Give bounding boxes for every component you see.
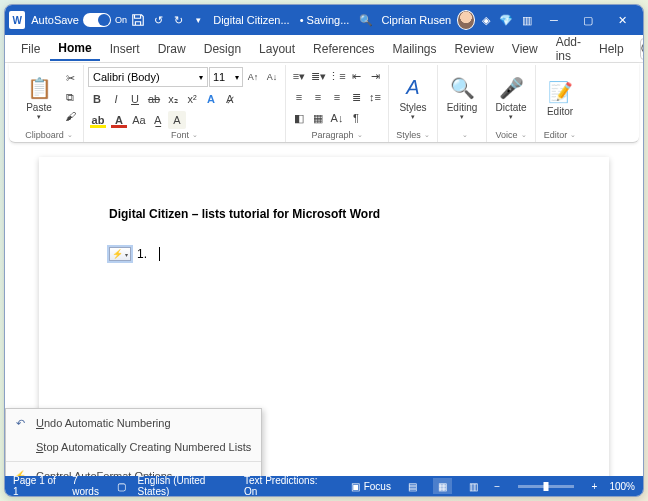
menu-layout[interactable]: Layout (251, 38, 303, 60)
zoom-in-button[interactable]: + (592, 481, 598, 492)
line-spacing-button[interactable]: ↕≡ (366, 88, 384, 106)
justify-button[interactable]: ≣ (347, 88, 365, 106)
page-count[interactable]: Page 1 of 1 (13, 475, 60, 497)
menu-references[interactable]: References (305, 38, 382, 60)
close-button[interactable]: ✕ (607, 5, 640, 35)
cut-icon[interactable]: ✂ (61, 69, 79, 87)
highlight-color-button[interactable]: ab (88, 111, 108, 129)
document-area: Digital Citizen – lists tutorial for Mic… (5, 143, 643, 476)
zoom-out-button[interactable]: − (494, 481, 500, 492)
show-marks-button[interactable]: ¶ (347, 109, 365, 127)
group-label[interactable]: Clipboard (19, 130, 79, 142)
superscript-button[interactable]: x² (183, 90, 201, 108)
multilevel-button[interactable]: ⋮≡ (328, 67, 346, 85)
word-count[interactable]: 7 words (72, 475, 104, 497)
strike-button[interactable]: ab (145, 90, 163, 108)
menu-file[interactable]: File (13, 38, 48, 60)
microphone-icon: 🎤 (499, 74, 524, 102)
focus-mode-button[interactable]: ▣Focus (351, 481, 391, 492)
editing-button[interactable]: 🔍Editing▾ (442, 67, 482, 127)
char-shading-icon[interactable]: A (168, 111, 186, 129)
editor-button[interactable]: 📝Editor (540, 67, 580, 127)
editor-icon: 📝 (548, 78, 573, 106)
increase-indent-button[interactable]: ⇥ (366, 67, 384, 85)
copy-icon[interactable]: ⧉ (61, 88, 79, 106)
user-name[interactable]: Ciprian Rusen (381, 14, 451, 26)
group-label[interactable]: Styles (393, 130, 433, 142)
clipboard-icon: 📋 (27, 74, 52, 102)
shrink-font-icon[interactable]: A↓ (263, 68, 281, 86)
word-app-icon: W (9, 11, 25, 29)
zoom-percent[interactable]: 100% (609, 481, 635, 492)
read-mode-icon[interactable]: ▤ (403, 478, 421, 494)
autosave-toggle[interactable]: AutoSave On (31, 13, 127, 27)
grow-font-icon[interactable]: A↑ (244, 68, 262, 86)
underline-button[interactable]: U (126, 90, 144, 108)
web-layout-icon[interactable]: ▥ (464, 478, 482, 494)
document-name[interactable]: Digital Citizen... (213, 14, 289, 26)
shading-button[interactable]: ◧ (290, 109, 308, 127)
styles-button[interactable]: AStyles▾ (393, 67, 433, 127)
text-predictions-status[interactable]: Text Predictions: On (244, 475, 327, 497)
ribbon: 📋 Paste ▾ ✂ ⧉ 🖌 Clipboard Calibri (Body)… (9, 63, 639, 143)
menu-design[interactable]: Design (196, 38, 249, 60)
menu-mailings[interactable]: Mailings (384, 38, 444, 60)
align-right-button[interactable]: ≡ (328, 88, 346, 106)
print-layout-icon[interactable]: ▦ (433, 478, 451, 494)
menu-insert[interactable]: Insert (102, 38, 148, 60)
redo-icon[interactable]: ↻ (169, 10, 187, 30)
menu-view[interactable]: View (504, 38, 546, 60)
menu-review[interactable]: Review (447, 38, 502, 60)
qat-dropdown-icon[interactable]: ▾ (189, 10, 207, 30)
paste-button[interactable]: 📋 Paste ▾ (19, 67, 59, 127)
bold-button[interactable]: B (88, 90, 106, 108)
spellcheck-icon[interactable]: ▢ (117, 481, 126, 492)
comments-button[interactable]: 💬 (640, 38, 644, 60)
user-avatar-icon[interactable] (457, 10, 475, 30)
change-case-button[interactable]: Aa (130, 111, 148, 129)
align-center-button[interactable]: ≡ (309, 88, 327, 106)
sort-button[interactable]: A↓ (328, 109, 346, 127)
format-painter-icon[interactable]: 🖌 (61, 107, 79, 125)
menu-draw[interactable]: Draw (150, 38, 194, 60)
char-border-icon[interactable]: A̲ (149, 111, 167, 129)
text-effects-icon[interactable]: A (202, 90, 220, 108)
bullets-button[interactable]: ≡▾ (290, 67, 308, 85)
menu-help[interactable]: Help (591, 38, 632, 60)
font-size-select[interactable]: 11▾ (209, 67, 243, 87)
toggle-switch-icon[interactable] (83, 13, 111, 27)
document-heading[interactable]: Digital Citizen – lists tutorial for Mic… (109, 207, 539, 221)
diamond-icon[interactable]: ◈ (477, 10, 495, 30)
subscript-button[interactable]: x₂ (164, 90, 182, 108)
menu-undo-auto-numbering[interactable]: ↶ Undo Automatic Numbering (6, 411, 261, 435)
search-icon[interactable]: 🔍 (357, 10, 375, 30)
group-paragraph: ≡▾ ≣▾ ⋮≡ ⇤ ⇥ ≡ ≡ ≡ ≣ ↕≡ ◧ ▦ A↓ ¶ (286, 65, 389, 142)
menu-addins[interactable]: Add-ins (548, 31, 589, 67)
numbering-button[interactable]: ≣▾ (309, 67, 327, 85)
align-left-button[interactable]: ≡ (290, 88, 308, 106)
group-label[interactable]: Paragraph (290, 130, 384, 142)
italic-button[interactable]: I (107, 90, 125, 108)
font-color-button[interactable]: A (109, 111, 129, 129)
group-editing: 🔍Editing▾ (438, 65, 487, 142)
font-name-select[interactable]: Calibri (Body)▾ (88, 67, 208, 87)
group-label[interactable]: Font (88, 130, 281, 142)
upcoming-icon[interactable]: 💎 (497, 10, 515, 30)
list-line[interactable]: 1. (109, 247, 539, 261)
group-font: Calibri (Body)▾ 11▾ A↑ A↓ B I U ab x₂ x²… (84, 65, 286, 142)
zoom-slider[interactable] (518, 485, 573, 488)
lightning-icon: ⚡ (12, 468, 28, 476)
save-icon[interactable] (129, 10, 147, 30)
language-status[interactable]: English (United States) (138, 475, 232, 497)
autocorrect-smarttag-icon[interactable] (109, 247, 131, 261)
undo-icon[interactable]: ↺ (149, 10, 167, 30)
borders-button[interactable]: ▦ (309, 109, 327, 127)
autosave-label: AutoSave (31, 14, 79, 26)
menu-stop-auto-lists[interactable]: Stop Automatically Creating Numbered Lis… (6, 435, 261, 459)
clear-format-icon[interactable]: A̷ (221, 90, 239, 108)
dictate-button[interactable]: 🎤Dictate▾ (491, 67, 531, 127)
ribbon-options-icon[interactable]: ▥ (518, 10, 536, 30)
menu-autoformat-options[interactable]: ⚡ Control AutoFormat Options... (6, 464, 261, 476)
menu-home[interactable]: Home (50, 37, 99, 61)
decrease-indent-button[interactable]: ⇤ (347, 67, 365, 85)
